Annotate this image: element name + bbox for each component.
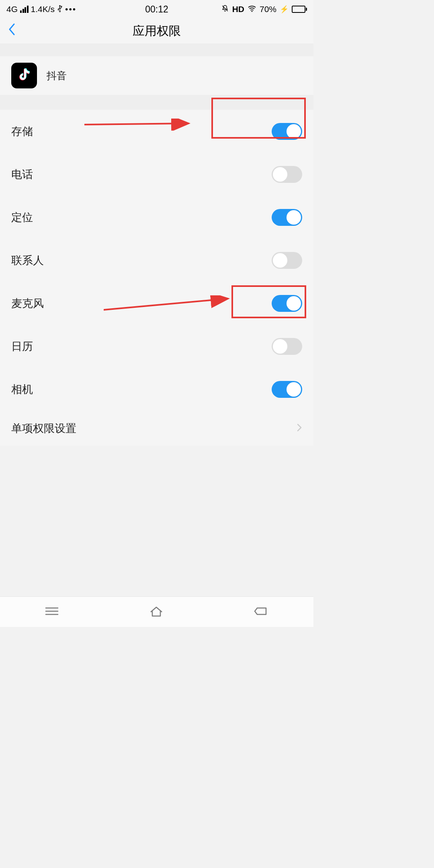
permission-location: 定位: [0, 196, 313, 239]
permission-calendar: 日历: [0, 325, 313, 368]
permission-storage: 存储: [0, 110, 313, 153]
app-name: 抖音: [47, 69, 67, 82]
app-icon-douyin: [11, 63, 37, 88]
charging-icon: ⚡: [280, 5, 289, 14]
permission-label: 定位: [11, 210, 33, 225]
toggle-phone[interactable]: [272, 166, 302, 183]
status-time: 00:12: [145, 4, 168, 15]
permission-camera: 相机: [0, 368, 313, 411]
hd-icon: HD: [232, 4, 244, 14]
svg-point-2: [252, 11, 253, 12]
usb-icon: [57, 4, 63, 14]
page-title: 应用权限: [133, 23, 181, 39]
toggle-microphone[interactable]: [272, 295, 302, 312]
permission-microphone: 麦克风: [0, 282, 313, 325]
nav-home-icon[interactable]: [148, 605, 164, 619]
permission-phone: 电话: [0, 153, 313, 196]
chevron-right-icon: [297, 422, 302, 435]
wifi-icon: [248, 4, 256, 14]
permission-label: 麦克风: [11, 296, 44, 311]
more-settings-label: 单项权限设置: [11, 421, 76, 436]
more-icon: •••: [65, 4, 76, 14]
status-left: 4G 1.4K/s •••: [6, 4, 76, 14]
permission-list: 存储 电话 定位 联系人 麦克风 日历 相机 单项权限设置: [0, 110, 313, 446]
network-speed: 1.4K/s: [31, 4, 55, 14]
toggle-calendar[interactable]: [272, 338, 302, 355]
permission-label: 联系人: [11, 253, 44, 268]
network-type: 4G: [6, 4, 18, 14]
toggle-camera[interactable]: [272, 381, 302, 398]
permission-label: 日历: [11, 339, 33, 354]
nav-back-icon[interactable]: [253, 606, 269, 618]
toggle-contacts[interactable]: [272, 252, 302, 269]
section-gap: [0, 43, 313, 56]
svg-rect-1: [58, 9, 59, 10]
dnd-icon: [221, 4, 229, 14]
navigation-bar: [0, 596, 313, 627]
svg-point-0: [61, 6, 62, 7]
back-button[interactable]: [8, 23, 16, 40]
toggle-storage[interactable]: [272, 123, 302, 140]
permission-label: 电话: [11, 167, 33, 182]
more-permission-settings[interactable]: 单项权限设置: [0, 411, 313, 446]
status-right: HD 70% ⚡: [221, 4, 307, 14]
signal-icon: [20, 6, 29, 13]
status-bar: 4G 1.4K/s ••• 00:12 HD 70% ⚡: [0, 0, 313, 18]
section-gap: [0, 95, 313, 110]
toggle-location[interactable]: [272, 209, 302, 226]
page-header: 应用权限: [0, 18, 313, 43]
battery-percent: 70%: [260, 4, 276, 14]
app-info-row: 抖音: [0, 56, 313, 95]
battery-icon: [292, 6, 307, 13]
nav-menu-icon[interactable]: [44, 606, 59, 618]
permission-label: 存储: [11, 124, 33, 139]
permission-label: 相机: [11, 382, 33, 397]
permission-contacts: 联系人: [0, 239, 313, 282]
